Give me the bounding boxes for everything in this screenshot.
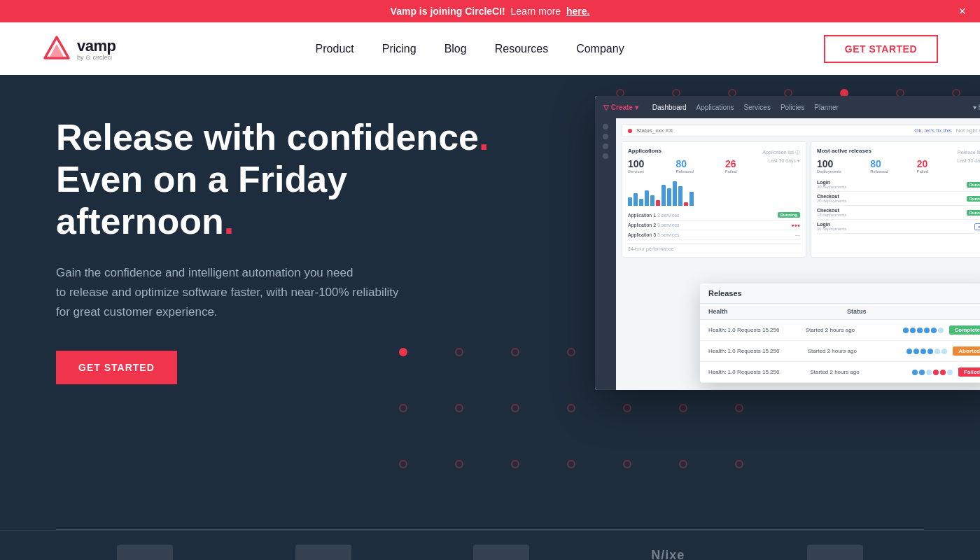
announcement-close-button[interactable]: × (958, 5, 966, 18)
time-filter-2[interactable]: Last 30 days ▾ (957, 158, 980, 164)
release-dots (912, 370, 953, 375)
applications-stat-services: 100 (628, 158, 644, 169)
dot (399, 404, 407, 412)
sidebar-item-icon (603, 124, 608, 130)
announcement-text: Vamp is joining CircleCI! Learn more her… (391, 6, 590, 17)
app-alert: ●●● (791, 223, 800, 227)
progress-dot (924, 328, 930, 333)
progress-dot (926, 370, 932, 375)
releases-stat-released: 80 (870, 158, 888, 169)
announcement-bar: Vamp is joining CircleCI! Learn more her… (0, 0, 980, 22)
time-filter-1[interactable]: Last 30 days ▾ (768, 158, 800, 164)
mockup-nav-dashboard: Dashboard (652, 104, 687, 111)
release-items-list: Login 30 deployments Running Checkout 20… (817, 178, 980, 234)
release-name: Login (817, 180, 846, 185)
logo-sub-text: by ⊙ circleci (77, 54, 115, 61)
mockup-nav-policies: Policies (780, 104, 804, 111)
mockup-logo: ▽ Create ▾ (603, 104, 638, 111)
applications-stat-released: 80 (676, 158, 693, 169)
release-badge: Aborted (953, 346, 980, 356)
dashboard-mockup: ▽ Create ▾ Dashboard Applications Servic… (595, 96, 980, 390)
status-dot (628, 129, 632, 133)
chart-bar (678, 186, 682, 206)
chart-bar (639, 199, 643, 206)
nav-pricing[interactable]: Pricing (382, 43, 416, 55)
nav-resources[interactable]: Resources (495, 43, 548, 55)
app-name: Application 3 3 services (628, 232, 680, 237)
progress-dot (917, 328, 923, 333)
hero-section: Release with confidence. Even on a Frida… (0, 75, 980, 530)
release-dots (906, 349, 947, 354)
mockup-nav-services: Services (744, 104, 771, 111)
dot (511, 348, 519, 356)
vamp-logo-icon (42, 34, 71, 64)
releases-stat-failed: 20 (917, 158, 928, 169)
dot (455, 404, 463, 412)
chart-bar (662, 185, 666, 206)
progress-dot (931, 328, 937, 333)
dot (511, 460, 519, 468)
release-row: Health: 1.0 Requests 15.256 Started 2 ho… (700, 341, 980, 362)
release-health: Health: 1.0 Requests 15.256 (708, 348, 802, 354)
dot (511, 404, 519, 412)
status-notright: Not right now (956, 127, 980, 134)
app-name: Application 2 3 services (628, 223, 680, 227)
nav-company[interactable]: Company (576, 43, 624, 55)
list-item: Application 2 3 services ●●● (628, 220, 800, 230)
nav-product[interactable]: Product (316, 43, 354, 55)
applications-stat-failed: 26 (725, 158, 736, 169)
app-status-none: — (795, 232, 800, 237)
mockup-nav-applications: Applications (696, 104, 734, 111)
dot (679, 460, 687, 468)
sidebar-item-icon (603, 144, 608, 149)
dot (567, 460, 575, 468)
status-fix-link[interactable]: Ok, let's fix this (914, 127, 952, 134)
dot (679, 404, 687, 412)
dot (735, 460, 743, 468)
release-status: Running (967, 210, 980, 216)
applications-label-services: Services (628, 169, 644, 174)
release-name: Login (817, 222, 846, 227)
performance-label: 24-hour performance (628, 243, 800, 251)
hero-divider (56, 529, 924, 530)
announcement-link[interactable]: here. (566, 6, 589, 17)
release-health: Health: 1.0 Requests 15.256 (708, 327, 800, 333)
release-name: Checkout (817, 208, 846, 213)
mockup-sidebar (595, 118, 616, 390)
releases-panel-header: Releases (700, 284, 980, 304)
applications-label-released: Released (676, 169, 693, 174)
applications-card-title: Applications (628, 148, 662, 154)
status-text: Status_xxx XX (636, 127, 673, 134)
release-name: Checkout (817, 194, 846, 199)
hero-get-started-button[interactable]: GET STARTED (56, 351, 177, 384)
mini-bar-chart (628, 178, 800, 206)
release-status-time: Started 2 hours ago (808, 348, 902, 354)
progress-dot (934, 349, 940, 354)
header: vamp by ⊙ circleci Product Pricing Blog … (0, 22, 980, 75)
chart-bar (690, 192, 694, 206)
progress-dot (940, 370, 946, 375)
chart-bar (650, 195, 654, 206)
applications-label-failed: Failed (725, 169, 736, 174)
header-get-started-button[interactable]: GET STARTED (824, 35, 938, 63)
mockup-status-bar: Status_xxx XX Ok, let's fix this Not rig… (622, 124, 980, 137)
logo[interactable]: vamp by ⊙ circleci (42, 34, 115, 64)
list-item: Login 30 deployments Running (817, 178, 980, 192)
sidebar-item-icon (603, 153, 608, 159)
progress-dot (938, 328, 944, 333)
partner-logo (295, 545, 351, 560)
release-deployments: 18 deployments (817, 213, 846, 217)
hero-title: Release with confidence. Even on a Frida… (56, 117, 489, 242)
dot (623, 404, 631, 412)
main-nav: Product Pricing Blog Resources Company (316, 43, 624, 55)
app-name: Application 1 2 services (628, 213, 680, 218)
nav-blog[interactable]: Blog (444, 43, 467, 55)
logos-section: N/ixe (0, 530, 980, 560)
mockup-nav-planner: Planner (814, 104, 838, 111)
mockup-help: ▾ Help (973, 104, 980, 111)
chart-bar (628, 197, 632, 206)
release-action[interactable]: edit (974, 223, 980, 230)
progress-dot (941, 349, 947, 354)
progress-dot (910, 328, 916, 333)
applications-card: Applications Application list ⓘ 100 Serv… (622, 141, 806, 258)
